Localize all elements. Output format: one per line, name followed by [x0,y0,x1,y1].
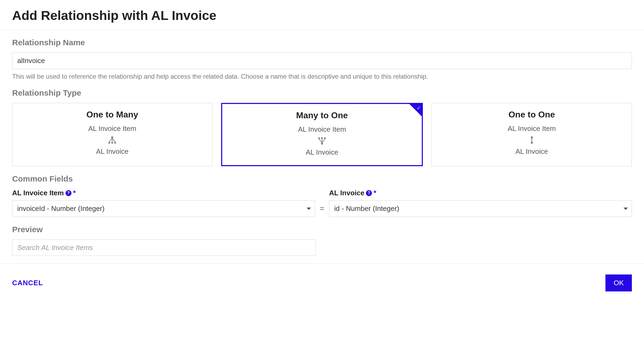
preview-label: Preview [12,225,632,234]
type-to-entity: AL Invoice [18,147,207,156]
svg-point-0 [111,136,113,138]
svg-point-4 [108,142,110,144]
right-field-select[interactable]: id - Number (Integer) [329,200,632,217]
type-from-entity: AL Invoice Item [228,125,417,134]
left-field-label: AL Invoice Item ? * [12,189,315,197]
one-to-one-icon [437,135,626,145]
type-from-entity: AL Invoice Item [18,124,207,133]
type-to-entity: AL Invoice [437,147,626,156]
type-from-entity: AL Invoice Item [437,124,626,133]
ok-button[interactable]: OK [605,274,632,291]
svg-point-13 [321,142,323,145]
many-to-one-icon [228,136,417,145]
page-title: Add Relationship with AL Invoice [12,8,632,23]
one-to-many-icon [18,135,207,145]
svg-point-7 [318,137,320,139]
right-field-select-value: id - Number (Integer) [334,204,399,213]
check-icon: ✓ [417,105,421,111]
svg-point-9 [324,137,326,139]
relationship-name-label: Relationship Name [12,38,632,47]
svg-point-16 [531,142,533,144]
left-field-select-value: invoiceId - Number (Integer) [17,204,105,213]
svg-point-6 [114,142,116,144]
common-fields-label: Common Fields [12,174,632,183]
preview-search-input[interactable] [12,239,316,256]
chevron-down-icon [624,207,628,210]
required-indicator: * [374,189,376,197]
svg-line-10 [319,139,322,143]
required-indicator: * [73,189,76,197]
svg-point-14 [531,136,533,138]
dialog-footer: CANCEL OK [0,263,644,302]
svg-line-12 [322,139,325,143]
header-divider [0,30,644,30]
svg-line-3 [112,138,115,142]
type-title: One to Many [18,110,207,120]
relationship-type-label: Relationship Type [12,88,632,98]
type-title: Many to One [228,110,417,120]
type-card-many-to-one[interactable]: ✓ Many to One AL Invoice Item AL Invoice [221,103,423,166]
relationship-type-cards: ✓ One to Many AL Invoice Item AL Invoice… [12,103,632,166]
left-field-label-text: AL Invoice Item [12,189,64,197]
svg-point-5 [111,142,113,144]
type-to-entity: AL Invoice [228,148,417,156]
relationship-name-help: This will be used to reference the relat… [12,73,632,80]
type-card-one-to-one[interactable]: ✓ One to One AL Invoice Item AL Invoice [431,103,632,166]
type-card-one-to-many[interactable]: ✓ One to Many AL Invoice Item AL Invoice [12,103,213,166]
left-field-select[interactable]: invoiceId - Number (Integer) [12,200,315,217]
equals-sign: = [320,204,324,217]
help-icon[interactable]: ? [66,190,71,196]
svg-point-8 [321,137,323,139]
help-icon[interactable]: ? [366,190,372,196]
right-field-label-text: AL Invoice [329,189,364,197]
chevron-down-icon [307,207,311,210]
cancel-button[interactable]: CANCEL [12,279,43,287]
relationship-name-input[interactable] [12,53,632,69]
right-field-label: AL Invoice ? * [329,189,632,197]
svg-line-1 [109,138,112,142]
type-title: One to One [437,110,626,120]
